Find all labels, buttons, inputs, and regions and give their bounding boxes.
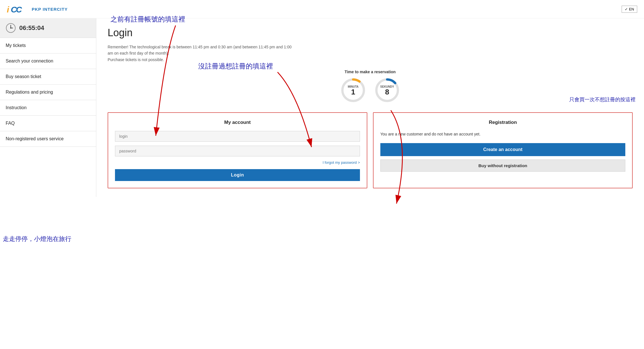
panels-row: My account I forgot my password > Login …	[108, 112, 633, 188]
brand-name: PKP INTERCITY	[32, 7, 68, 12]
sidebar: 06:55:04 My tickets Search your connecti…	[0, 18, 96, 197]
login-input[interactable]	[115, 131, 360, 142]
registration-title: Registration	[380, 120, 625, 125]
registration-panel: Registration You are a new customer and …	[373, 112, 633, 188]
create-account-button[interactable]: Create an account	[380, 143, 625, 156]
timer-label: Time to make a reservation	[108, 70, 633, 74]
forgot-password-link[interactable]: I forgot my password >	[115, 160, 360, 165]
timer-circles: MINUTA 1 SEKUNDY 8	[108, 77, 633, 104]
sidebar-item-non-registered[interactable]: Non-registered users service	[0, 131, 96, 147]
sekundy-svg: SEKUNDY 8	[374, 77, 400, 103]
minuta-svg: MINUTA 1	[340, 77, 366, 103]
svg-text:1: 1	[351, 88, 355, 96]
clock-icon	[6, 23, 16, 33]
password-input[interactable]	[115, 146, 360, 156]
language-button[interactable]: ✓ EN	[622, 6, 637, 13]
svg-text:C: C	[16, 5, 22, 14]
login-button[interactable]: Login	[115, 169, 360, 181]
minuta-circle: MINUTA 1	[340, 77, 366, 104]
svg-point-6	[10, 27, 11, 29]
sekundy-circle: SEKUNDY 8	[374, 77, 400, 104]
buy-without-registration-button[interactable]: Buy without registration	[380, 160, 625, 172]
timer-section: Time to make a reservation MINUTA 1	[108, 70, 633, 104]
logo-area: i C C PKP INTERCITY	[7, 3, 68, 15]
annotation-4: 走走停停，小燈泡在旅行	[3, 235, 71, 243]
sidebar-item-faq[interactable]: FAQ	[0, 116, 96, 131]
my-account-panel: My account I forgot my password > Login	[108, 112, 367, 188]
sidebar-item-search-connection[interactable]: Search your connection	[0, 53, 96, 69]
sidebar-item-my-tickets[interactable]: My tickets	[0, 38, 96, 53]
main-layout: 06:55:04 My tickets Search your connecti…	[0, 18, 644, 197]
clock-display: 06:55:04	[19, 24, 44, 32]
notice-text: Remember! The technological break is bet…	[108, 44, 292, 63]
sidebar-clock: 06:55:04	[0, 18, 96, 38]
page-title: Login	[108, 27, 633, 39]
svg-text:i: i	[7, 5, 9, 14]
header: i C C PKP INTERCITY ✓ EN	[0, 0, 644, 18]
sidebar-item-instruction[interactable]: Instruction	[0, 100, 96, 116]
svg-text:8: 8	[385, 88, 389, 96]
sidebar-item-regulations[interactable]: Regulations and pricing	[0, 85, 96, 100]
my-account-title: My account	[115, 120, 360, 125]
logo-icon: i C C	[7, 3, 29, 15]
sidebar-item-buy-season-ticket[interactable]: Buy season ticket	[0, 69, 96, 85]
content-area: Login Remember! The technological break …	[96, 18, 644, 197]
registration-description: You are a new customer and do not have a…	[380, 131, 625, 137]
